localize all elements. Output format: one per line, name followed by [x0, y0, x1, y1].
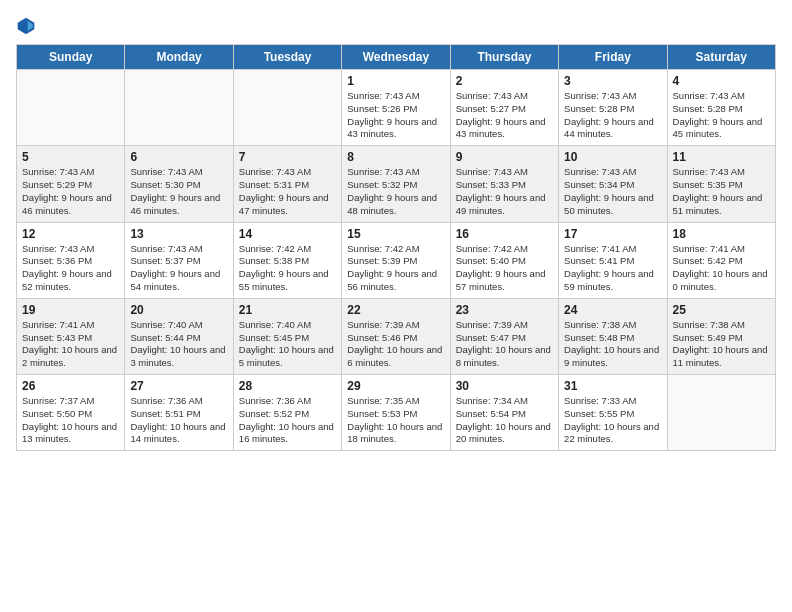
day-cell: 24Sunrise: 7:38 AM Sunset: 5:48 PM Dayli… [559, 298, 667, 374]
day-number: 10 [564, 150, 661, 164]
day-info: Sunrise: 7:43 AM Sunset: 5:28 PM Dayligh… [673, 90, 770, 141]
day-number: 22 [347, 303, 444, 317]
day-info: Sunrise: 7:43 AM Sunset: 5:32 PM Dayligh… [347, 166, 444, 217]
day-info: Sunrise: 7:39 AM Sunset: 5:46 PM Dayligh… [347, 319, 444, 370]
day-cell: 15Sunrise: 7:42 AM Sunset: 5:39 PM Dayli… [342, 222, 450, 298]
day-info: Sunrise: 7:34 AM Sunset: 5:54 PM Dayligh… [456, 395, 553, 446]
day-info: Sunrise: 7:38 AM Sunset: 5:48 PM Dayligh… [564, 319, 661, 370]
day-cell: 31Sunrise: 7:33 AM Sunset: 5:55 PM Dayli… [559, 375, 667, 451]
day-number: 9 [456, 150, 553, 164]
day-number: 2 [456, 74, 553, 88]
day-info: Sunrise: 7:33 AM Sunset: 5:55 PM Dayligh… [564, 395, 661, 446]
day-number: 7 [239, 150, 336, 164]
day-number: 29 [347, 379, 444, 393]
day-cell: 21Sunrise: 7:40 AM Sunset: 5:45 PM Dayli… [233, 298, 341, 374]
weekday-header-wednesday: Wednesday [342, 45, 450, 70]
day-info: Sunrise: 7:43 AM Sunset: 5:27 PM Dayligh… [456, 90, 553, 141]
day-number: 4 [673, 74, 770, 88]
day-cell: 3Sunrise: 7:43 AM Sunset: 5:28 PM Daylig… [559, 70, 667, 146]
day-number: 17 [564, 227, 661, 241]
day-number: 28 [239, 379, 336, 393]
day-number: 20 [130, 303, 227, 317]
day-info: Sunrise: 7:36 AM Sunset: 5:52 PM Dayligh… [239, 395, 336, 446]
weekday-header-tuesday: Tuesday [233, 45, 341, 70]
day-info: Sunrise: 7:36 AM Sunset: 5:51 PM Dayligh… [130, 395, 227, 446]
day-cell: 16Sunrise: 7:42 AM Sunset: 5:40 PM Dayli… [450, 222, 558, 298]
day-info: Sunrise: 7:42 AM Sunset: 5:40 PM Dayligh… [456, 243, 553, 294]
weekday-header-thursday: Thursday [450, 45, 558, 70]
day-cell: 20Sunrise: 7:40 AM Sunset: 5:44 PM Dayli… [125, 298, 233, 374]
weekday-header-friday: Friday [559, 45, 667, 70]
day-cell: 17Sunrise: 7:41 AM Sunset: 5:41 PM Dayli… [559, 222, 667, 298]
logo [16, 16, 40, 36]
week-row-1: 1Sunrise: 7:43 AM Sunset: 5:26 PM Daylig… [17, 70, 776, 146]
page-header [16, 16, 776, 36]
day-number: 11 [673, 150, 770, 164]
day-number: 6 [130, 150, 227, 164]
week-row-2: 5Sunrise: 7:43 AM Sunset: 5:29 PM Daylig… [17, 146, 776, 222]
day-number: 21 [239, 303, 336, 317]
day-cell: 26Sunrise: 7:37 AM Sunset: 5:50 PM Dayli… [17, 375, 125, 451]
day-number: 19 [22, 303, 119, 317]
day-cell: 30Sunrise: 7:34 AM Sunset: 5:54 PM Dayli… [450, 375, 558, 451]
day-info: Sunrise: 7:37 AM Sunset: 5:50 PM Dayligh… [22, 395, 119, 446]
day-cell [233, 70, 341, 146]
day-info: Sunrise: 7:43 AM Sunset: 5:37 PM Dayligh… [130, 243, 227, 294]
day-info: Sunrise: 7:43 AM Sunset: 5:29 PM Dayligh… [22, 166, 119, 217]
day-cell: 11Sunrise: 7:43 AM Sunset: 5:35 PM Dayli… [667, 146, 775, 222]
weekday-header-saturday: Saturday [667, 45, 775, 70]
day-cell: 13Sunrise: 7:43 AM Sunset: 5:37 PM Dayli… [125, 222, 233, 298]
day-number: 31 [564, 379, 661, 393]
day-info: Sunrise: 7:40 AM Sunset: 5:44 PM Dayligh… [130, 319, 227, 370]
day-info: Sunrise: 7:43 AM Sunset: 5:31 PM Dayligh… [239, 166, 336, 217]
day-cell [125, 70, 233, 146]
day-info: Sunrise: 7:38 AM Sunset: 5:49 PM Dayligh… [673, 319, 770, 370]
day-cell: 27Sunrise: 7:36 AM Sunset: 5:51 PM Dayli… [125, 375, 233, 451]
day-cell: 14Sunrise: 7:42 AM Sunset: 5:38 PM Dayli… [233, 222, 341, 298]
day-cell: 19Sunrise: 7:41 AM Sunset: 5:43 PM Dayli… [17, 298, 125, 374]
day-number: 30 [456, 379, 553, 393]
day-number: 1 [347, 74, 444, 88]
day-number: 26 [22, 379, 119, 393]
day-cell: 28Sunrise: 7:36 AM Sunset: 5:52 PM Dayli… [233, 375, 341, 451]
day-info: Sunrise: 7:43 AM Sunset: 5:35 PM Dayligh… [673, 166, 770, 217]
day-cell: 10Sunrise: 7:43 AM Sunset: 5:34 PM Dayli… [559, 146, 667, 222]
weekday-header-sunday: Sunday [17, 45, 125, 70]
day-cell: 1Sunrise: 7:43 AM Sunset: 5:26 PM Daylig… [342, 70, 450, 146]
weekday-header-row: SundayMondayTuesdayWednesdayThursdayFrid… [17, 45, 776, 70]
calendar-table: SundayMondayTuesdayWednesdayThursdayFrid… [16, 44, 776, 451]
day-number: 3 [564, 74, 661, 88]
day-info: Sunrise: 7:41 AM Sunset: 5:43 PM Dayligh… [22, 319, 119, 370]
day-number: 27 [130, 379, 227, 393]
day-cell: 7Sunrise: 7:43 AM Sunset: 5:31 PM Daylig… [233, 146, 341, 222]
day-info: Sunrise: 7:43 AM Sunset: 5:36 PM Dayligh… [22, 243, 119, 294]
day-info: Sunrise: 7:43 AM Sunset: 5:34 PM Dayligh… [564, 166, 661, 217]
day-cell [17, 70, 125, 146]
day-cell: 12Sunrise: 7:43 AM Sunset: 5:36 PM Dayli… [17, 222, 125, 298]
day-info: Sunrise: 7:40 AM Sunset: 5:45 PM Dayligh… [239, 319, 336, 370]
day-info: Sunrise: 7:43 AM Sunset: 5:30 PM Dayligh… [130, 166, 227, 217]
day-info: Sunrise: 7:43 AM Sunset: 5:26 PM Dayligh… [347, 90, 444, 141]
weekday-header-monday: Monday [125, 45, 233, 70]
day-info: Sunrise: 7:43 AM Sunset: 5:33 PM Dayligh… [456, 166, 553, 217]
week-row-4: 19Sunrise: 7:41 AM Sunset: 5:43 PM Dayli… [17, 298, 776, 374]
day-info: Sunrise: 7:43 AM Sunset: 5:28 PM Dayligh… [564, 90, 661, 141]
day-cell: 9Sunrise: 7:43 AM Sunset: 5:33 PM Daylig… [450, 146, 558, 222]
day-info: Sunrise: 7:41 AM Sunset: 5:41 PM Dayligh… [564, 243, 661, 294]
day-number: 15 [347, 227, 444, 241]
day-number: 18 [673, 227, 770, 241]
day-number: 16 [456, 227, 553, 241]
day-cell [667, 375, 775, 451]
day-info: Sunrise: 7:35 AM Sunset: 5:53 PM Dayligh… [347, 395, 444, 446]
day-cell: 18Sunrise: 7:41 AM Sunset: 5:42 PM Dayli… [667, 222, 775, 298]
week-row-5: 26Sunrise: 7:37 AM Sunset: 5:50 PM Dayli… [17, 375, 776, 451]
day-number: 14 [239, 227, 336, 241]
day-number: 24 [564, 303, 661, 317]
day-info: Sunrise: 7:42 AM Sunset: 5:38 PM Dayligh… [239, 243, 336, 294]
day-number: 12 [22, 227, 119, 241]
day-cell: 23Sunrise: 7:39 AM Sunset: 5:47 PM Dayli… [450, 298, 558, 374]
day-cell: 6Sunrise: 7:43 AM Sunset: 5:30 PM Daylig… [125, 146, 233, 222]
day-cell: 2Sunrise: 7:43 AM Sunset: 5:27 PM Daylig… [450, 70, 558, 146]
day-number: 25 [673, 303, 770, 317]
day-cell: 29Sunrise: 7:35 AM Sunset: 5:53 PM Dayli… [342, 375, 450, 451]
